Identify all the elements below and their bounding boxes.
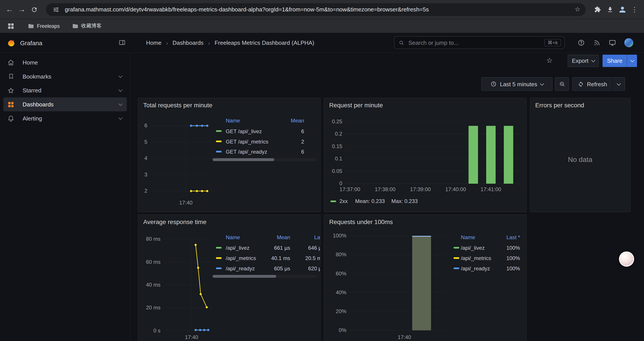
series-name[interactable]: /api/_readyz: [226, 263, 255, 274]
display-icon[interactable]: [609, 39, 616, 47]
breadcrumb-separator: ›: [166, 39, 168, 46]
chevron-down-icon[interactable]: [118, 102, 122, 106]
sidebar-item-dashboards[interactable]: Dashboards: [3, 97, 127, 112]
site-settings-icon[interactable]: [51, 5, 61, 15]
extensions-icon[interactable]: [592, 3, 604, 16]
series-last: 100%: [491, 243, 520, 253]
legend-scrollbar[interactable]: [212, 158, 317, 161]
share-menu-button[interactable]: [627, 55, 637, 67]
bookmark-star-icon[interactable]: ☆: [572, 5, 582, 15]
refresh-interval-button[interactable]: [612, 77, 625, 91]
time-range-picker[interactable]: Last 5 minutes: [481, 77, 552, 91]
legend-row: /api/_readyz 100%: [450, 263, 522, 274]
panel-title[interactable]: Total requests per minute: [143, 102, 212, 109]
legend-row: /api/_metrics 40.1 ms 20.5 ms: [212, 253, 320, 263]
svg-text:17:40: 17:40: [398, 334, 411, 340]
sidebar-item-alerting[interactable]: Alerting: [3, 111, 127, 125]
scrollbar-thumb[interactable]: [212, 158, 274, 161]
svg-text:17:39:00: 17:39:00: [410, 186, 431, 192]
svg-text:0: 0: [339, 180, 342, 186]
breadcrumb-dashboards[interactable]: Dashboards: [172, 40, 204, 46]
legend-header-last[interactable]: Last *: [491, 232, 520, 243]
bookmark-folder-freeleaps[interactable]: Freeleaps: [28, 23, 60, 29]
bookmarks-bar: Freeleaps 收藏博客: [0, 19, 644, 33]
scrollbar-thumb[interactable]: [212, 275, 276, 278]
legend-table: Name Mean Last /api/_livez 661 µs 646 µs…: [212, 215, 320, 281]
sidebar-item-home[interactable]: Home: [3, 56, 127, 70]
legend-header-name[interactable]: Name: [461, 232, 475, 243]
panel-title[interactable]: Errors per second: [535, 102, 584, 109]
export-button[interactable]: Export: [568, 55, 599, 67]
legend-table: Name Mean GET /api/_livez 6 GET /api/_me…: [212, 98, 317, 164]
chevron-down-icon[interactable]: [118, 116, 122, 120]
bookmark-folder-blogs[interactable]: 收藏博客: [72, 23, 102, 30]
sidebar-toggle-icon[interactable]: [118, 39, 126, 48]
share-button[interactable]: Share: [602, 55, 637, 67]
legend-header-mean[interactable]: Mean: [255, 232, 290, 243]
chevron-down-icon[interactable]: [118, 88, 122, 92]
legend-header-mean[interactable]: Mean: [270, 115, 304, 126]
panel-title[interactable]: Requests under 100ms: [329, 218, 393, 225]
refresh-button[interactable]: Refresh: [572, 77, 612, 91]
share-label[interactable]: Share: [602, 55, 627, 67]
reload-button[interactable]: [28, 3, 40, 16]
series-mean: 6: [270, 147, 304, 157]
chevron-down-icon[interactable]: [118, 74, 122, 78]
user-avatar[interactable]: [624, 38, 633, 47]
sidebar-item-starred[interactable]: Starred: [3, 83, 127, 97]
series-name[interactable]: GET /api/_metrics: [226, 137, 268, 147]
series-name[interactable]: /api/_livez: [226, 243, 250, 253]
dashboard-main: ☆ Export Share Last 5 minutes Refresh To…: [131, 53, 644, 341]
search-box[interactable]: ⌘+k: [394, 36, 565, 49]
help-icon[interactable]: [578, 39, 585, 47]
apps-grid-icon[interactable]: [6, 21, 16, 31]
legend-row: /api/_livez 661 µs 646 µs: [212, 243, 320, 253]
profile-icon[interactable]: [616, 3, 628, 16]
url-text[interactable]: grafana.mathmast.com/d/deytv4rwavabkb/fr…: [65, 6, 572, 13]
search-input[interactable]: [408, 39, 544, 46]
series-name[interactable]: /api/_readyz: [461, 263, 490, 274]
svg-text:17:40: 17:40: [185, 334, 198, 340]
browser-menu-icon[interactable]: ⋮: [628, 3, 641, 16]
zoom-out-button[interactable]: [555, 77, 569, 91]
grafana-header: Grafana Home › Dashboards › Freeleaps Me…: [0, 33, 644, 53]
svg-text:0.1: 0.1: [335, 156, 342, 162]
search-shortcut-badge: ⌘+k: [544, 39, 561, 46]
sidebar-item-bookmarks[interactable]: Bookmarks: [3, 69, 127, 83]
sidebar-item-label: Bookmarks: [22, 73, 51, 80]
grafana-logo[interactable]: [6, 38, 15, 47]
rss-icon[interactable]: [593, 39, 600, 47]
legend-header-name[interactable]: Name: [226, 232, 240, 243]
series-color-dash: [216, 140, 222, 142]
series-name[interactable]: GET /api/_livez: [226, 126, 262, 137]
refresh-control: Refresh: [572, 77, 625, 91]
sidebar-item-label: Starred: [22, 87, 42, 94]
forward-button[interactable]: →: [16, 3, 28, 16]
panel-title[interactable]: Request per minute: [329, 102, 383, 109]
series-name[interactable]: /api/_metrics: [226, 253, 256, 263]
downloads-icon[interactable]: [604, 3, 616, 16]
series-name[interactable]: GET /api/_readyz: [226, 147, 267, 157]
svg-text:0.25: 0.25: [332, 119, 342, 124]
panel-requests-under-100ms: Requests under 100ms 0%20%40%60%80%100%1…: [324, 214, 526, 341]
nav-sidebar: Home Bookmarks Starred Dashboards Alerti…: [0, 53, 130, 341]
star-icon: [8, 87, 14, 94]
series-name[interactable]: /api/_metrics: [461, 253, 491, 263]
svg-text:40%: 40%: [336, 289, 346, 295]
legend-scrollbar[interactable]: [212, 275, 317, 278]
favorite-dashboard-star-icon[interactable]: ☆: [546, 56, 552, 65]
series-name[interactable]: /api/_livez: [461, 243, 485, 253]
bar-chart[interactable]: 00.050.10.150.20.2517:37:0017:38:0017:39…: [324, 98, 526, 212]
assistant-avatar-widget[interactable]: [619, 251, 634, 267]
breadcrumb-home[interactable]: Home: [146, 40, 162, 46]
back-button[interactable]: ←: [3, 3, 16, 16]
chevron-down-icon: [630, 58, 634, 62]
reload-icon: [31, 6, 38, 13]
legend-header-last[interactable]: Last: [297, 232, 321, 243]
breadcrumb: Home › Dashboards › Freeleaps Metrics Da…: [146, 33, 314, 53]
legend-header-name[interactable]: Name: [226, 115, 240, 126]
series-name[interactable]: 2xx: [340, 198, 348, 204]
panel-title[interactable]: Average response time: [143, 218, 206, 225]
series-max: Max: 0.233: [391, 198, 418, 204]
url-bar[interactable]: grafana.mathmast.com/d/deytv4rwavabkb/fr…: [46, 3, 586, 16]
